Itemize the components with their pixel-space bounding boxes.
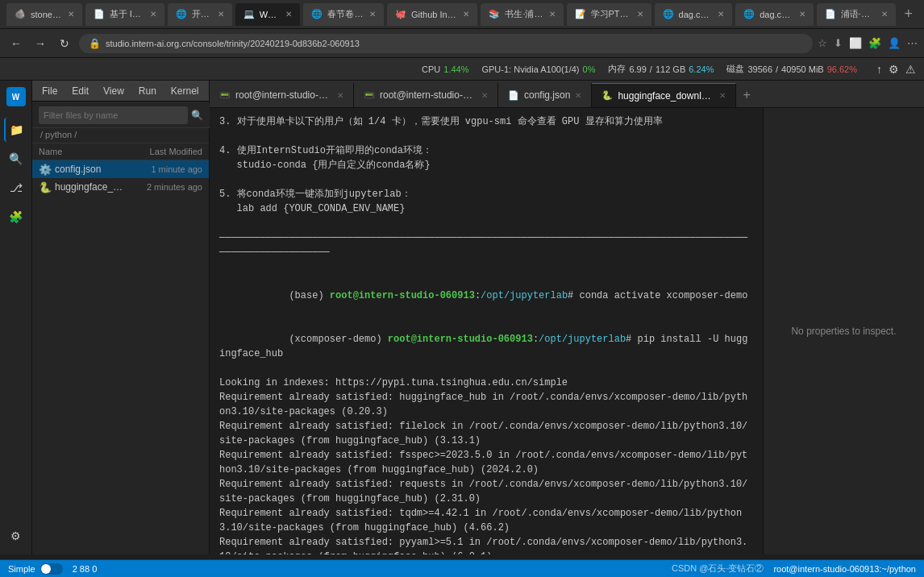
browser-tab-dag1[interactable]: 🌐 dag.cumtb... ✕ [655, 3, 733, 26]
close-tab-icon[interactable]: ✕ [881, 10, 888, 19]
close-tab-icon[interactable]: ✕ [150, 10, 156, 19]
terminal-line: studio-conda {用户自定义的conda名称} [219, 158, 753, 172]
modified-column-header: Last Modified [126, 147, 202, 156]
browser-tab-spring[interactable]: 🌐 春节卷王专... ✕ [303, 3, 384, 26]
back-button[interactable]: ← [6, 37, 26, 50]
browser-tab-webide[interactable]: 💻 WebIDE ✕ [235, 3, 301, 26]
explorer-activity-icon[interactable]: 📁 [4, 118, 28, 142]
file-list: ⚙️ config.json 1 minute ago 🐍 huggingfac… [32, 160, 209, 554]
close-tab-icon[interactable]: ✕ [549, 10, 556, 19]
cpu-label: CPU [422, 64, 440, 74]
close-editor-tab-icon[interactable]: ✕ [575, 91, 581, 100]
terminal-line: 5. 将conda环境一键添加到jupyterlab： [219, 187, 753, 201]
terminal-line: Requirement already satisfied: huggingfa… [219, 390, 753, 419]
browser-tab-puyu[interactable]: 📄 浦语·灵笔(I... ✕ [817, 3, 897, 26]
close-tab-icon[interactable]: ✕ [799, 10, 805, 19]
file-list-header: Name Last Modified [32, 143, 209, 160]
menu-view[interactable]: View [97, 84, 131, 98]
browser-tab-dev[interactable]: 🌐 开发木 ✕ [168, 3, 232, 26]
editor-tab-huggingface[interactable]: 🐍 huggingface_download.py ✕ [592, 83, 736, 107]
memory-used: 6.99 [629, 64, 646, 74]
download-icon[interactable]: ⬇ [834, 37, 843, 49]
file-icon-config: ⚙️ [39, 163, 52, 176]
gpu-value: 0% [583, 64, 596, 74]
browser-tab-pte[interactable]: 📝 学习PTE的A... ✕ [567, 3, 651, 26]
list-item[interactable]: 🐍 huggingface_download.py 2 minutes ago [32, 178, 209, 196]
browser-tab-stone-cloud[interactable]: 🪨 stone-cloud ✕ [6, 3, 82, 26]
close-editor-tab-icon[interactable]: ✕ [481, 91, 488, 100]
terminal-line [219, 216, 753, 230]
storage-pct: 96.62% [827, 64, 857, 74]
browser-tab-shupu[interactable]: 📚 书生·浦语大... ✕ [481, 3, 563, 26]
list-item[interactable]: ⚙️ config.json 1 minute ago [32, 160, 209, 178]
bookmark-icon[interactable]: ☆ [818, 37, 827, 49]
forward-button[interactable]: → [31, 37, 50, 50]
git-activity-icon[interactable]: ⎇ [4, 176, 28, 200]
toolbar-icon-3[interactable]: ⚠ [905, 63, 916, 76]
toggle-switch[interactable] [40, 563, 63, 575]
settings-activity-icon[interactable]: ⚙ [4, 524, 28, 548]
editor-area: 📟 root@intern-studio-06091… ✕ 📟 root@int… [210, 81, 924, 554]
browser-tab-dag2[interactable]: 🌐 dag.cumtb... ✕ [735, 3, 814, 26]
search-activity-icon[interactable]: 🔍 [4, 147, 28, 171]
close-tab-icon[interactable]: ✕ [285, 10, 292, 19]
close-tab-icon[interactable]: ✕ [718, 10, 724, 19]
menu-file[interactable]: File [35, 84, 64, 98]
editor-tab-config[interactable]: 📄 config.json ✕ [498, 83, 592, 107]
extensions-activity-icon[interactable]: 🧩 [4, 205, 28, 229]
menu-run[interactable]: Run [132, 84, 163, 98]
breadcrumb: / python / [32, 127, 209, 143]
new-tab-button[interactable]: + [899, 6, 918, 23]
screen-icon[interactable]: ⬜ [849, 37, 862, 49]
editor-tab-terminal-1[interactable]: 📟 root@intern-studio-06091… ✕ [210, 83, 354, 107]
close-editor-tab-icon[interactable]: ✕ [719, 91, 726, 100]
stats-bar: CPU 1.44% GPU-1: Nvidia A100(1/4) 0% 内存 … [0, 58, 924, 81]
memory-pct: 6.24% [689, 64, 714, 74]
memory-label: 内存 [608, 63, 626, 75]
toolbar-icon-2[interactable]: ⚙ [889, 63, 899, 76]
browser-tab-bar: 🪨 stone-cloud ✕ 📄 基于 Intern... ✕ 🌐 开发木 ✕… [0, 0, 924, 29]
menu-edit[interactable]: Edit [65, 84, 95, 98]
terminal-line: (base) root@intern-studio-060913:/opt/ju… [219, 274, 753, 318]
editor-tab-terminal-2[interactable]: 📟 root@intern-studio-06091… ✕ [354, 83, 498, 107]
app-logo: W [6, 87, 26, 106]
address-text: studio.intern-ai.org.cn/console/trinity/… [106, 39, 360, 48]
storage-used: 39566 [747, 64, 772, 74]
terminal-line [219, 129, 753, 143]
add-tab-button[interactable]: + [736, 83, 756, 107]
filter-input[interactable] [39, 106, 188, 124]
settings-dots-icon[interactable]: ⋯ [907, 37, 918, 49]
line-col-indicator: 2 88 0 [73, 564, 98, 574]
close-tab-icon[interactable]: ✕ [218, 10, 224, 19]
storage-total: 40950 MiB [781, 64, 824, 74]
browser-tab-intern[interactable]: 📄 基于 Intern... ✕ [85, 3, 164, 26]
filter-search-icon[interactable]: 🔍 [191, 110, 203, 121]
close-tab-icon[interactable]: ✕ [463, 10, 469, 19]
close-tab-icon[interactable]: ✕ [637, 10, 643, 19]
terminal-divider: ────────────────────────────────────────… [219, 230, 753, 259]
simple-toggle[interactable]: Simple [8, 563, 63, 575]
memory-stat: 内存 6.99 / 112 GB 6.24% [608, 63, 714, 75]
close-tab-icon[interactable]: ✕ [68, 10, 74, 19]
terminal-path-status: root@intern-studio-060913:~/python [773, 564, 916, 574]
address-box[interactable]: 🔒 studio.intern-ai.org.cn/console/trinit… [79, 34, 813, 53]
profile-icon[interactable]: 👤 [888, 37, 901, 49]
reload-button[interactable]: ↻ [55, 37, 74, 50]
close-tab-icon[interactable]: ✕ [369, 10, 376, 19]
terminal-output[interactable]: 3. 对于使用单卡以下的用户（如 1/4 卡），需要使用 vgpu-smi 命令… [210, 108, 763, 554]
watermark-text: CSDN @石头·变钻石② [672, 562, 764, 575]
toolbar-icon-1[interactable]: ↑ [876, 63, 882, 76]
browser-tab-github[interactable]: 🐙 Github InternLM/tu... ✕ [387, 3, 477, 26]
terminal-icon: 📟 [364, 90, 375, 101]
extension-icon[interactable]: 🧩 [868, 37, 881, 49]
address-bar-row: ← → ↻ 🔒 studio.intern-ai.org.cn/console/… [0, 29, 924, 58]
terminal-line [219, 259, 753, 274]
storage-label: 磁盘 [726, 63, 744, 75]
menu-kernel[interactable]: Kernel [164, 84, 206, 98]
terminal-line: (xcomposer-demo) root@intern-studio-0609… [219, 318, 753, 376]
terminal-line: 3. 对于使用单卡以下的用户（如 1/4 卡），需要使用 vgpu-smi 命令… [219, 114, 753, 129]
close-editor-tab-icon[interactable]: ✕ [337, 91, 343, 100]
storage-stat: 磁盘 39566 / 40950 MiB 96.62% [726, 63, 857, 75]
file-icon-huggingface: 🐍 [39, 181, 52, 193]
terminal-line: Looking in indexes: https://pypi.tuna.ts… [219, 376, 753, 390]
